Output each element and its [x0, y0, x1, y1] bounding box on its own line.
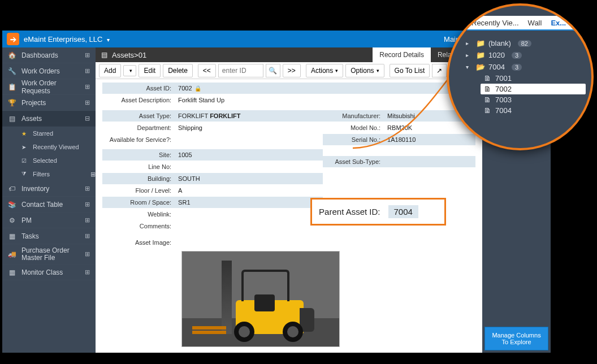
sidebar-item-tasks[interactable]: ▦Tasks⊞ [2, 228, 96, 244]
sidebar-item-monitor[interactable]: ▦Monitor Class⊞ [2, 265, 96, 280]
asset-image-label: Asset Image: [102, 239, 176, 246]
asset-tree: ▸📁(blank)82 ▸📁10203 ▾📂70043 🗎7001 🗎7002 … [466, 37, 586, 116]
weblink-value [176, 213, 323, 215]
folder-icon: 📁 [476, 39, 484, 47]
expand-icon[interactable]: ⊞ [85, 232, 90, 240]
expand-icon[interactable]: ⊞ [85, 268, 90, 276]
floor-value: A [176, 186, 323, 195]
expand-icon[interactable]: ⊞ [85, 216, 90, 224]
sidebar-item-pm[interactable]: ⚙PM⊞ [2, 213, 96, 228]
folder-open-icon: 📂 [476, 63, 484, 71]
tree-node-blank[interactable]: ▸📁(blank)82 [466, 37, 586, 49]
edit-button[interactable]: Edit [139, 64, 161, 77]
site-label: Site: [102, 151, 176, 158]
chevron-down-icon: ▾ [466, 64, 471, 70]
list-icon: ▤ [101, 51, 107, 59]
sidebar-item-po[interactable]: 🚚Purchase Order Master File⊞ [2, 244, 96, 265]
expand-icon[interactable]: ⊞ [85, 250, 90, 258]
tree-leaf-7004[interactable]: 🗎7004 [484, 105, 586, 116]
document-icon: 🗎 [484, 106, 491, 115]
dept-label: Department: [102, 124, 176, 131]
tree-magnifier: Recently Vie... Wall Ex... ▸📁(blank)82 ▸… [447, 3, 594, 150]
document-icon: 🗎 [484, 85, 491, 93]
sidebar-item-inventory[interactable]: 🏷Inventory⊞ [2, 181, 96, 197]
avail-label: Available for Service?: [102, 136, 176, 143]
expand-icon[interactable]: ⊞ [85, 67, 90, 75]
asset-type-value: FORKLIFT FORKLIFT [176, 111, 323, 120]
document-icon: 🗎 [484, 96, 491, 104]
expand-icon[interactable]: ⊞ [85, 99, 90, 106]
building-label: Building: [102, 175, 176, 182]
tree-node-1020[interactable]: ▸📁10203 [466, 49, 586, 61]
sidebar-item-projects[interactable]: 🏆Projects⊞ [2, 95, 96, 111]
building-value: SOUTH [176, 174, 323, 183]
check-icon: ☑ [21, 158, 28, 164]
tree-leaf-7002[interactable]: 🗎7002 [481, 84, 586, 94]
expand-icon[interactable]: ⊞ [85, 83, 90, 90]
sidebar-item-dashboards[interactable]: 🏠Dashboards⊞ [2, 47, 96, 63]
sidebar-item-worequests[interactable]: 📋Work Order Requests⊞ [2, 79, 96, 95]
truck-icon: 🚚 [8, 250, 16, 258]
magnifier-tabs: Recently Vie... Wall Ex... [467, 16, 587, 31]
asset-desc-label: Asset Description: [102, 97, 176, 103]
tag-icon: 🏷 [8, 185, 16, 193]
chevron-down-icon: ▾ [107, 37, 110, 43]
site-value: 1005 [176, 150, 323, 159]
home-icon: 🏠 [8, 51, 16, 59]
expand-icon[interactable]: ⊞ [85, 185, 90, 192]
list-icon: ▤ [8, 115, 16, 123]
manage-columns-button[interactable]: Manage Columns To Explore [484, 327, 548, 350]
expand-icon[interactable]: ⊞ [85, 51, 90, 59]
add-dropdown[interactable]: ▾ [123, 65, 136, 76]
logo-icon [7, 33, 19, 45]
tree-leaf-7003[interactable]: 🗎7003 [484, 94, 586, 105]
tab-record-details[interactable]: Record Details [373, 47, 431, 62]
mag-tab-wall[interactable]: Wall [524, 19, 547, 27]
clipboard-icon: 📋 [8, 83, 16, 91]
org-dropdown[interactable]: eMaint Enterprises, LLC ▾ [24, 35, 110, 44]
delete-button[interactable]: Delete [163, 64, 193, 77]
prev-record-button[interactable]: << [198, 64, 216, 77]
tree-node-7004[interactable]: ▾📂70043 [466, 61, 586, 73]
send-icon: ➤ [21, 144, 28, 150]
search-icon[interactable]: 🔍 [266, 64, 280, 77]
org-name-text: eMaint Enterprises, LLC [24, 35, 102, 44]
room-label: Room / Space: [102, 199, 176, 206]
tasks-icon: ▦ [8, 232, 16, 240]
trophy-icon: 🏆 [8, 99, 16, 107]
mag-tab-recent[interactable]: Recently Vie... [467, 19, 524, 27]
collapse-icon[interactable]: ⊟ [85, 115, 90, 122]
asset-type-label: Asset Type: [102, 112, 176, 119]
sidebar-item-workorders[interactable]: 🔧Work Orders⊞ [2, 63, 96, 79]
sidebar-sub-starred[interactable]: ★Starred [2, 127, 96, 140]
tree-leaf-7001[interactable]: 🗎7001 [484, 73, 586, 84]
asset-image [181, 251, 340, 347]
comments-label: Comments: [102, 223, 176, 229]
sidebar-item-contact[interactable]: 📚Contact Table⊞ [2, 197, 96, 213]
count-badge: 3 [512, 52, 522, 59]
expand-icon[interactable]: ⊞ [90, 171, 96, 178]
breadcrumb-text: Assets>01 [112, 51, 146, 59]
callout-connector [347, 147, 460, 148]
next-record-button[interactable]: >> [283, 64, 301, 77]
sidebar-item-assets[interactable]: ▤Assets⊟ [2, 111, 96, 127]
dept-value: Shipping [176, 123, 323, 132]
floor-label: Floor / Level: [102, 187, 176, 194]
expand-icon[interactable]: ⊞ [85, 201, 90, 208]
asset-id-label: Asset ID: [102, 85, 176, 92]
lock-icon: 🔒 [194, 85, 201, 92]
sidebar-sub-selected[interactable]: ☑Selected [2, 154, 96, 167]
line-value [176, 166, 323, 168]
sidebar-sub-recent[interactable]: ➤Recently Viewed [2, 140, 96, 154]
actions-dropdown[interactable]: Actions▾ [306, 64, 343, 77]
count-badge: 3 [512, 64, 522, 71]
chevron-down-icon: ▾ [129, 68, 132, 73]
chevron-right-icon: ▸ [466, 52, 471, 58]
add-button[interactable]: Add [99, 64, 121, 77]
mag-tab-explorer[interactable]: Ex... [546, 19, 570, 27]
chevron-down-icon: ▾ [335, 68, 338, 73]
enter-id-input[interactable] [218, 64, 263, 77]
sidebar-sub-filters[interactable]: ⧩Filters⊞ [2, 167, 96, 181]
sidebar: 🏠Dashboards⊞ 🔧Work Orders⊞ 📋Work Order R… [2, 47, 96, 353]
folder-icon: 📁 [476, 51, 484, 59]
